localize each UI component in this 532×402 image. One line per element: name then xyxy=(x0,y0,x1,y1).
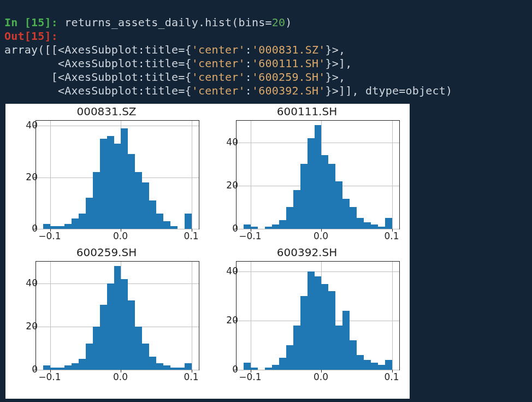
histogram-bar xyxy=(50,226,57,229)
histogram-bar xyxy=(86,198,93,229)
axes xyxy=(236,120,400,229)
gridline xyxy=(251,121,251,229)
histogram-bar xyxy=(43,365,50,370)
histogram-bar xyxy=(156,214,163,229)
histogram-bar xyxy=(72,218,79,229)
ytick-label: 20 xyxy=(16,321,38,332)
histogram-bar xyxy=(342,311,350,370)
histogram-bar xyxy=(57,226,64,229)
xtick-label: 0.1 xyxy=(385,230,399,241)
subplot-title: 600392.SH xyxy=(209,246,405,259)
subplot-title: 600111.SH xyxy=(209,105,405,118)
xtick-label: 0.0 xyxy=(113,230,128,241)
xtick-label: 0.1 xyxy=(385,371,399,382)
histogram-bar xyxy=(364,222,371,229)
axes xyxy=(36,120,199,229)
histogram-bar xyxy=(342,199,350,229)
xtick-label: 0.0 xyxy=(314,230,328,241)
histogram-bar xyxy=(279,358,286,370)
ytick-label: 0 xyxy=(16,223,38,234)
histogram-bar xyxy=(244,224,251,229)
xtick-label: 0.0 xyxy=(314,371,328,382)
ytick-label: 40 xyxy=(216,265,238,276)
repr-str: 'center' xyxy=(192,84,245,97)
repr-line: }>, xyxy=(326,70,346,84)
histogram-bar xyxy=(170,368,178,370)
histogram-bar xyxy=(142,182,149,229)
subplot-600111.SH: 600111.SH02040−0.10.00.1 xyxy=(209,104,405,246)
repr-colon: : xyxy=(245,43,252,56)
histogram-bar xyxy=(308,138,315,229)
gridline xyxy=(392,262,393,370)
histogram-bar xyxy=(93,327,100,370)
histogram-bar xyxy=(107,283,114,370)
histogram-bar xyxy=(114,144,121,229)
histogram-bar xyxy=(185,363,192,370)
gridline xyxy=(36,229,199,229)
gridline xyxy=(36,126,199,126)
gridline xyxy=(237,271,399,272)
histogram-bar xyxy=(251,227,258,229)
repr-line: }>]], dtype=object) xyxy=(326,84,453,97)
histogram-bar xyxy=(100,139,107,229)
histogram-bar xyxy=(265,227,272,229)
histogram-bar xyxy=(286,345,293,370)
histogram-bar xyxy=(350,340,357,370)
histogram-bar xyxy=(57,368,64,370)
ytick-label: 40 xyxy=(216,137,238,147)
code-bins: 20 xyxy=(272,16,285,29)
code-text: ) xyxy=(285,16,292,29)
repr-str: '600392.SH' xyxy=(252,84,326,97)
histogram-bar xyxy=(79,214,86,229)
ytick-label: 40 xyxy=(16,120,38,131)
subplot-title: 000831.SZ xyxy=(8,105,205,118)
repr-str: 'center' xyxy=(192,70,245,84)
repr-line: }>], xyxy=(326,57,352,70)
gridline xyxy=(392,121,393,229)
histogram-bar xyxy=(64,224,72,229)
histogram-bar xyxy=(43,224,50,229)
gridline xyxy=(237,370,399,370)
histogram-bar xyxy=(50,368,57,370)
ytick-label: 0 xyxy=(216,364,238,375)
histogram-bar xyxy=(128,300,135,370)
histogram-figure: 000831.SZ02040−0.10.00.1600111.SH02040−0… xyxy=(5,104,410,399)
histogram-bar xyxy=(107,136,114,229)
input-prompt: In [15]: xyxy=(4,16,64,29)
output-prompt: Out[15]: xyxy=(4,29,58,43)
xtick-label: 0.1 xyxy=(184,230,199,241)
histogram-bar xyxy=(357,218,364,229)
histogram-bar xyxy=(128,154,135,229)
ytick-label: 20 xyxy=(216,315,238,326)
histogram-bar xyxy=(328,164,335,229)
repr-line: array([[<AxesSubplot:title={ xyxy=(4,43,192,56)
gridline xyxy=(36,370,199,370)
histogram-bar xyxy=(163,221,170,229)
histogram-bar xyxy=(272,224,279,229)
histogram-bar xyxy=(79,359,86,370)
histogram-bar xyxy=(286,207,293,229)
repr-colon: : xyxy=(245,84,252,97)
gridline xyxy=(192,121,192,229)
histogram-bar xyxy=(378,227,385,229)
histogram-bar xyxy=(156,363,163,370)
code-text: returns_assets_daily.hist(bins= xyxy=(64,16,271,29)
repr-str: 'center' xyxy=(192,43,245,56)
repr-line: }>, xyxy=(326,43,346,56)
histogram-bar xyxy=(178,368,185,370)
xtick-label: 0.0 xyxy=(113,371,128,382)
histogram-bar xyxy=(251,368,258,370)
repr-colon: : xyxy=(245,70,252,84)
repr-str: '000831.SZ' xyxy=(252,43,326,56)
histogram-bar xyxy=(72,363,79,370)
histogram-bar xyxy=(308,271,315,370)
jupyter-cell: In [15]: returns_assets_daily.hist(bins=… xyxy=(0,0,532,99)
histogram-bar xyxy=(100,305,107,370)
repr-str: 'center' xyxy=(192,57,245,70)
histogram-bar xyxy=(371,224,378,229)
repr-line: <AxesSubplot:title={ xyxy=(4,57,192,70)
xtick-label: 0.1 xyxy=(184,371,199,382)
histogram-bar xyxy=(86,344,93,370)
histogram-bar xyxy=(163,365,170,370)
gridline xyxy=(50,121,51,229)
